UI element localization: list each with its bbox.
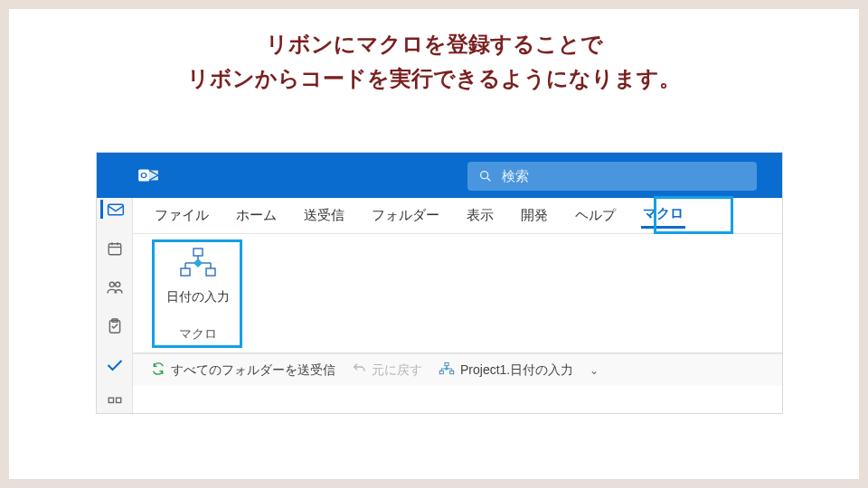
svg-rect-4 [108,204,124,215]
macro-hierarchy-icon[interactable] [178,247,218,282]
outlook-logo-icon: O [137,164,160,187]
undo-icon [352,361,366,379]
svg-rect-23 [445,362,448,365]
sync-icon [151,361,165,379]
svg-point-10 [115,282,119,286]
nav-calendar-icon[interactable] [100,239,129,258]
svg-rect-15 [193,249,203,256]
svg-rect-5 [108,243,121,254]
nav-people-icon[interactable] [100,277,129,296]
macro-button-label[interactable]: 日付の入力 [166,289,230,305]
svg-line-3 [487,178,490,181]
quick-access-toolbar: すべてのフォルダーを送受信 元に戻す [133,353,782,386]
tab-help[interactable]: ヘルプ [573,205,618,226]
svg-rect-14 [116,398,120,402]
tab-home[interactable]: ホーム [234,205,278,226]
nav-rail [97,198,133,413]
instruction-caption: リボンにマクロを登録することで リボンからコードを実行できるようになります。 [9,9,859,97]
nav-todo-icon[interactable] [100,355,129,374]
macro-group-label: マクロ [179,326,217,346]
svg-rect-29 [450,371,454,373]
svg-rect-30 [445,367,448,371]
search-box[interactable]: 検索 [467,162,757,191]
ribbon-macro-group: 日付の入力 マクロ [153,241,243,346]
tab-sendreceive[interactable]: 送受信 [302,205,346,226]
qat-sendall-label: すべてのフォルダーを送受信 [171,362,335,379]
search-placeholder: 検索 [502,168,529,185]
macro-small-icon [439,361,455,379]
svg-point-2 [481,172,488,179]
svg-rect-22 [193,258,203,267]
tab-developer[interactable]: 開発 [519,205,550,226]
qat-project-label: Project1.日付の入力 [460,362,573,379]
svg-rect-20 [181,268,190,276]
qat-project-macro[interactable]: Project1.日付の入力 [439,361,573,379]
titlebar: O 検索 [97,153,782,198]
chevron-down-icon: ⌄ [590,364,599,377]
caption-line2: リボンからコードを実行できるようになります。 [9,61,859,96]
qat-undo-label: 元に戻す [372,362,422,379]
tab-macro[interactable]: マクロ [641,203,685,229]
qat-overflow[interactable]: ⌄ [590,364,599,377]
nav-mail-icon[interactable] [100,200,129,219]
svg-rect-13 [108,398,113,402]
svg-text:O: O [140,170,147,180]
svg-rect-28 [439,371,443,373]
qat-undo[interactable]: 元に戻す [352,361,422,379]
svg-rect-21 [206,268,215,276]
outlook-window: O 検索 [96,152,783,414]
tab-view[interactable]: 表示 [465,205,495,226]
nav-more-icon[interactable] [100,394,129,413]
nav-tasks-icon[interactable] [100,316,129,335]
qat-sendall[interactable]: すべてのフォルダーを送受信 [151,361,335,379]
caption-line1: リボンにマクロを登録することで [9,27,859,61]
ribbon-tabs: ファイル ホーム 送受信 フォルダー 表示 開発 ヘルプ マクロ [133,198,782,234]
svg-point-9 [109,282,114,286]
search-icon [478,169,493,183]
tab-file[interactable]: ファイル [153,205,211,226]
tab-folder[interactable]: フォルダー [370,205,441,226]
ribbon-area: 日付の入力 マクロ [133,234,782,353]
